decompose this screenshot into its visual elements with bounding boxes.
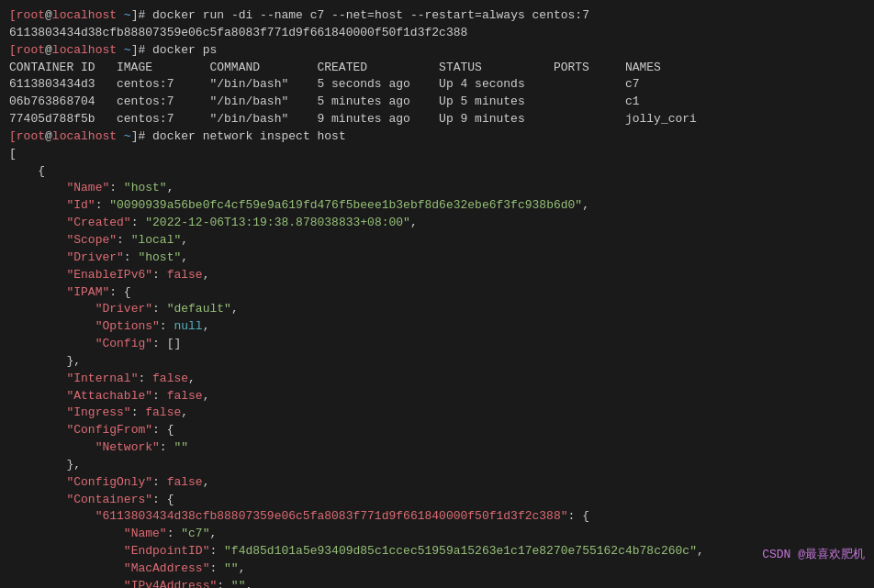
container-id-1: 6113803434d3 centos:7 "/bin/bash" 5 seco… bbox=[9, 77, 640, 91]
json-key-network: "Network" bbox=[95, 440, 160, 454]
line-3: [root@localhost ~]# docker ps bbox=[9, 42, 865, 60]
json-brace-ipam-close: }, bbox=[66, 354, 81, 368]
prompt-root-8: [root bbox=[9, 129, 45, 143]
json-key-name: "Name" bbox=[66, 181, 109, 194]
table-row-3: 77405d788f5b centos:7 "/bin/bash" 9 minu… bbox=[9, 111, 865, 128]
prompt-path-1: ~ bbox=[117, 8, 131, 22]
json-open-bracket: [ bbox=[9, 146, 865, 163]
watermark: CSDN @最喜欢肥机 bbox=[762, 546, 865, 562]
json-colon-containers: : bbox=[152, 493, 167, 506]
json-colon-ipam-options: : bbox=[160, 319, 174, 333]
json-key-internal: "Internal" bbox=[66, 372, 138, 385]
prompt-hash-3: ]# bbox=[131, 43, 152, 57]
json-val-containers: { bbox=[167, 493, 174, 506]
json-val-id: "0090939a56be0fc4cf59e9a619fd476f5beee1b… bbox=[109, 198, 582, 212]
json-val-internal: false bbox=[152, 372, 188, 385]
json-macaddress: "MacAddress": "", bbox=[9, 560, 865, 578]
json-container-hash: "6113803434d38cfb88807359e06c5fa8083f771… bbox=[9, 508, 865, 526]
json-ingress: "Ingress": false, bbox=[9, 405, 865, 422]
json-val-macaddress: "" bbox=[224, 561, 239, 575]
json-name: "Name": "host", bbox=[9, 180, 865, 197]
json-key-attachable: "Attachable" bbox=[66, 389, 152, 403]
json-ipam-driver: "Driver": "default", bbox=[9, 301, 865, 318]
json-comma-attachable: , bbox=[203, 389, 210, 403]
json-comma-created: , bbox=[410, 216, 418, 229]
line-1: [root@localhost ~]# docker run -di --nam… bbox=[9, 7, 865, 25]
prompt-path-8: ~ bbox=[117, 129, 131, 143]
json-bracket-open: [ bbox=[9, 147, 17, 161]
output-1: 6113803434d38cfb88807359e06c5fa8083f771d… bbox=[9, 26, 467, 39]
json-containers: "Containers": { bbox=[9, 492, 865, 509]
container-id-3: 77405d788f5b centos:7 "/bin/bash" 9 minu… bbox=[9, 112, 697, 126]
json-key-ipv4: "IPv4Address" bbox=[124, 579, 217, 588]
json-colon-configfrom: : bbox=[152, 423, 167, 437]
json-ipam-options: "Options": null, bbox=[9, 318, 865, 336]
json-val-ipam-config: [] bbox=[167, 337, 182, 350]
prompt-host-8: localhost bbox=[52, 129, 117, 143]
json-comma-driver: , bbox=[181, 250, 188, 264]
json-comma-name: , bbox=[167, 181, 174, 194]
watermark-text: CSDN @最喜欢肥机 bbox=[762, 548, 865, 561]
line-2: 6113803434d38cfb88807359e06c5fa8083f771d… bbox=[9, 25, 865, 42]
json-val-container-hash: { bbox=[582, 509, 589, 523]
json-network: "Network": "" bbox=[9, 439, 865, 457]
json-open-brace: { bbox=[9, 163, 865, 181]
json-val-configfrom: { bbox=[167, 423, 174, 437]
json-key-containers: "Containers" bbox=[66, 493, 152, 506]
json-comma-cname: , bbox=[209, 527, 217, 540]
json-key-id: "Id" bbox=[66, 198, 95, 212]
json-key-configfrom: "ConfigFrom" bbox=[66, 423, 152, 437]
json-colon-enableipv6: : bbox=[152, 268, 167, 282]
json-colon-configonly: : bbox=[152, 475, 167, 489]
terminal: [root@localhost ~]# docker run -di --nam… bbox=[0, 0, 874, 588]
json-configonly: "ConfigOnly": false, bbox=[9, 474, 865, 492]
json-colon-ipam-driver: : bbox=[152, 302, 167, 316]
cmd-1: docker run -di --name c7 --net=host --re… bbox=[152, 8, 589, 22]
json-created: "Created": "2022-12-06T13:19:38.87803883… bbox=[9, 215, 865, 232]
json-key-enableipv6: "EnableIPv6" bbox=[66, 268, 152, 282]
json-ipam-config: "Config": [] bbox=[9, 336, 865, 353]
json-enableipv6: "EnableIPv6": false, bbox=[9, 267, 865, 284]
json-key-ipam: "IPAM" bbox=[66, 285, 109, 299]
json-key-scope: "Scope" bbox=[66, 233, 117, 247]
json-val-endpointid: "f4d85d101a5e93409d85c1ccec51959a15263e1… bbox=[224, 544, 697, 558]
table-row-2: 06b763868704 centos:7 "/bin/bash" 5 minu… bbox=[9, 94, 865, 111]
json-colon-scope: : bbox=[117, 233, 131, 247]
json-internal: "Internal": false, bbox=[9, 371, 865, 388]
json-colon-ipv4: : bbox=[217, 579, 231, 588]
cmd-8: docker network inspect host bbox=[152, 129, 346, 143]
json-val-ipv4: "" bbox=[231, 579, 246, 588]
prompt-root-3: [root bbox=[9, 43, 45, 57]
json-comma-scope: , bbox=[181, 233, 188, 247]
json-colon-macaddress: : bbox=[209, 561, 224, 575]
json-scope: "Scope": "local", bbox=[9, 232, 865, 250]
json-ipv4: "IPv4Address": "", bbox=[9, 578, 865, 588]
json-colon-driver: : bbox=[124, 250, 139, 264]
json-ipam-close: }, bbox=[9, 353, 865, 371]
prompt-at-3: @ bbox=[45, 43, 52, 57]
json-key-ipam-driver: "Driver" bbox=[95, 302, 152, 316]
json-comma-ipam-driver: , bbox=[231, 302, 239, 316]
json-comma-endpointid: , bbox=[697, 544, 704, 558]
col-header: CONTAINER ID IMAGE COMMAND CREATED STATU… bbox=[9, 61, 661, 74]
json-comma-ipam-options: , bbox=[203, 319, 210, 333]
json-val-ipam-options: null bbox=[174, 319, 202, 333]
json-id: "Id": "0090939a56be0fc4cf59e9a619fd476f5… bbox=[9, 197, 865, 215]
json-driver: "Driver": "host", bbox=[9, 250, 865, 267]
json-key-configonly: "ConfigOnly" bbox=[66, 475, 152, 489]
prompt-host-3: localhost bbox=[52, 43, 117, 57]
json-val-ipam-driver: "default" bbox=[167, 302, 231, 316]
json-key-ingress: "Ingress" bbox=[66, 405, 130, 419]
json-configfrom-close: }, bbox=[9, 457, 865, 474]
json-cname: "Name": "c7", bbox=[9, 526, 865, 543]
json-comma-id: , bbox=[582, 198, 589, 212]
table-row-1: 6113803434d3 centos:7 "/bin/bash" 5 seco… bbox=[9, 76, 865, 94]
line-8: [root@localhost ~]# docker network inspe… bbox=[9, 128, 865, 146]
json-val-attachable: false bbox=[167, 389, 203, 403]
json-colon-created: : bbox=[131, 216, 146, 229]
json-brace-open: { bbox=[9, 164, 45, 178]
cmd-3: docker ps bbox=[152, 43, 217, 57]
json-colon-container-hash: : bbox=[568, 509, 583, 523]
json-val-created: "2022-12-06T13:19:38.878038833+08:00" bbox=[145, 216, 410, 229]
json-endpointid: "EndpointID": "f4d85d101a5e93409d85c1cce… bbox=[9, 543, 865, 560]
